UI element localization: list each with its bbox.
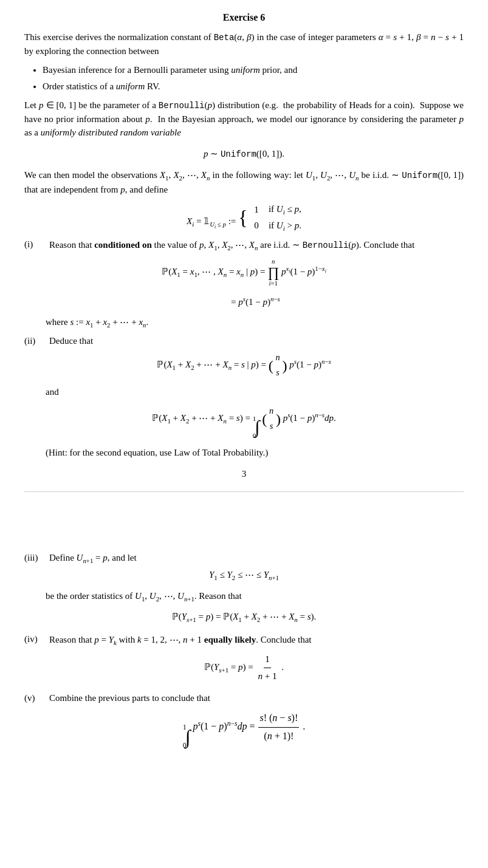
part-iv-label: (iv) (24, 634, 46, 644)
part-i: (i) Reason that conditioned on the value… (24, 239, 464, 329)
bullet-item-2: Order statistics of a uniform RV. (43, 80, 464, 94)
part-iv: (iv) Reason that p = Yk with k = 1, 2, ⋯… (24, 634, 464, 685)
paragraph-model: We can then model the observations X1, X… (24, 168, 464, 197)
bullet-list: Bayesian inference for a Bernoulli param… (43, 63, 464, 94)
bullet-item-1: Bayesian inference for a Bernoulli param… (43, 63, 464, 77)
part-iii-label: (iii) (24, 553, 46, 563)
part-v-label: (v) (24, 693, 46, 703)
part-i-text: Reason that conditioned on the value of … (49, 239, 414, 251)
math-binomial-cond: ℙ(X1 + X2 + ⋯ + Xn = s | p) = ( n s ) ps… (24, 350, 464, 381)
page-number: 3 (24, 469, 464, 479)
math-uniform-prior: p ∼ Uniform([0, 1]). (24, 146, 464, 162)
math-binomial-uncond: ℙ(X1 + X2 + ⋯ + Xn = s) = 1 0 ∫ ( n s ) … (24, 403, 464, 442)
part-ii-text: Deduce that (49, 336, 93, 346)
part-i-label: (i) (24, 239, 46, 250)
part-v-text: Combine the previous parts to conclude t… (49, 693, 210, 703)
math-order-stats: Y1 ≤ Y2 ≤ ⋯ ≤ Yn+1 (24, 567, 464, 584)
intro-paragraph: This exercise derives the normalization … (24, 30, 464, 58)
part-iii-text: Define Un+1 = p, and let (49, 553, 137, 564)
math-joint-simplified: = ps(1 − p)n−s (24, 293, 464, 310)
math-order-reason: ℙ(Ys+1 = p) = ℙ(X1 + X2 + ⋯ + Xn = s). (24, 609, 464, 626)
page-divider (24, 491, 464, 492)
math-uniform-order: ℙ(Ys+1 = p) = 1 n + 1 . (24, 651, 464, 685)
part-iii: (iii) Define Un+1 = p, and let Y1 ≤ Y2 ≤… (24, 553, 464, 626)
part-ii-and: and (46, 387, 464, 397)
math-joint-prob: ℙ(X1 = x1, ⋯ , Xn = xn | p) = n ∏ i=1 px… (24, 258, 464, 287)
part-ii-hint: (Hint: for the second equation, use Law … (46, 448, 464, 458)
math-xi-definition: Xi = 𝟙Ui ≤ p := { 1 if Ui ≤ p, 0 if Ui >… (24, 202, 464, 233)
part-i-where: where s := x1 + x2 + ⋯ + xn. (46, 316, 464, 329)
page-title: Exercise 6 (24, 12, 464, 23)
part-v: (v) Combine the previous parts to conclu… (24, 693, 464, 752)
part-ii-label: (ii) (24, 336, 46, 346)
part-ii: (ii) Deduce that ℙ(X1 + X2 + ⋯ + Xn = s … (24, 336, 464, 459)
paragraph-bernoulli: Let p ∈ [0, 1] be the parameter of a Ber… (24, 98, 464, 140)
part-iv-text: Reason that p = Yk with k = 1, 2, ⋯, n +… (49, 634, 311, 646)
math-final-conclusion: 1 0 ∫ ps(1 − p)n−sdp = s! (n − s)! (n + … (24, 709, 464, 752)
part-iii-be: be the order statistics of U1, U2, ⋯, Un… (46, 590, 464, 603)
